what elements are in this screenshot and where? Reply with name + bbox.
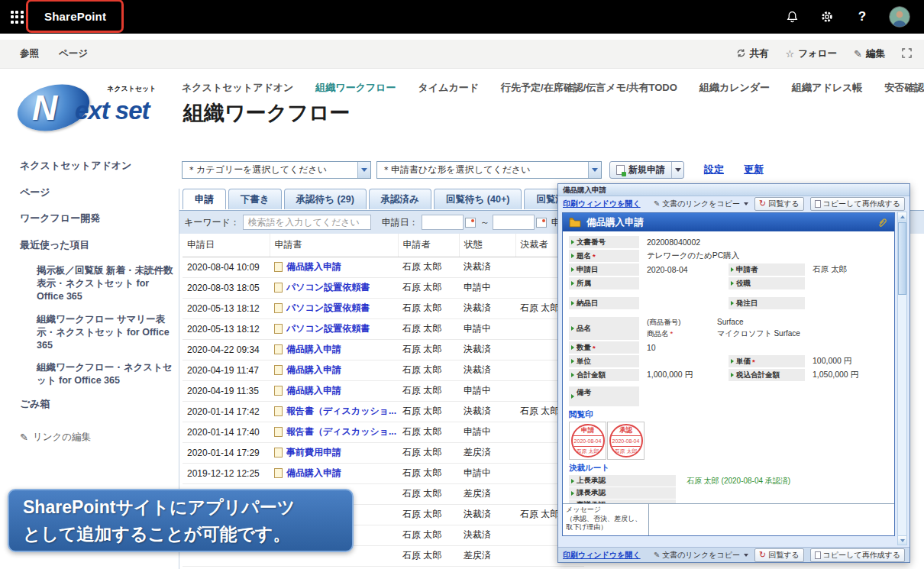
nav-link[interactable]: 安否確認	[884, 81, 924, 95]
settings-gear-icon[interactable]	[819, 8, 835, 25]
nav-link[interactable]: 組織カレンダー	[699, 81, 770, 95]
document-link[interactable]: パソコン設置依頼書	[286, 281, 370, 294]
status-tab[interactable]: 下書き	[228, 189, 282, 209]
col-header-status[interactable]: 状態	[459, 234, 515, 257]
print-window-link[interactable]: 印刷ウィンドウを開く	[563, 550, 641, 561]
date-from-input[interactable]	[422, 215, 464, 230]
cell-date: 2020-05-13 18:12	[183, 318, 270, 339]
table-header-row: 申請日 申請書 申請者 状態 決裁者	[183, 234, 584, 257]
template-select[interactable]: ＊申請書ひな形を選択してください	[376, 161, 602, 179]
col-header-applicant[interactable]: 申請者	[398, 234, 459, 257]
sidebar-item[interactable]: 最近使った項目	[20, 238, 176, 252]
suite-bar: SharePoint ?	[0, 0, 924, 34]
keyword-input[interactable]	[243, 215, 371, 230]
nav-link[interactable]: タイムカード	[418, 81, 480, 95]
paperclip-icon[interactable]	[877, 217, 888, 228]
notifications-bell-icon[interactable]	[783, 8, 800, 25]
document-link[interactable]: 備品購入申請	[286, 260, 341, 273]
cell-applicant: 石原 太郎	[398, 422, 459, 442]
circulate-button[interactable]: ↻ 回覧する	[754, 197, 804, 211]
sidebar-item[interactable]: 組織ワークフロー サマリー表示・ネクストセット for Office 365	[37, 313, 176, 352]
follow-button[interactable]: ☆ フォロー	[786, 47, 838, 60]
route-label: 稟議承認	[569, 499, 676, 503]
app-launcher-icon[interactable]	[0, 0, 34, 34]
cell-applicant: 石原 太郎	[398, 318, 459, 339]
nav-link[interactable]: 行先予定/在席確認/伝言メモ/共有TODO	[501, 81, 677, 95]
new-request-dropdown[interactable]	[671, 162, 683, 178]
ribbon-tab-page[interactable]: ページ	[59, 47, 88, 60]
table-row: 2020-01-14 17:40 報告書（ディスカッショ... 石原 太郎 申請…	[183, 422, 584, 442]
panel-scrollbar[interactable]	[897, 212, 907, 545]
field-label: 役職	[729, 277, 805, 289]
scroll-down-icon[interactable]	[898, 535, 906, 545]
status-tab[interactable]: 回覧待ち (40+)	[434, 189, 522, 209]
calendar-icon[interactable]	[465, 218, 476, 228]
document-link[interactable]: 備品購入申請	[286, 364, 341, 377]
circulate-button[interactable]: ↻ 回覧する	[754, 548, 804, 562]
edit-links-button[interactable]: ✎ リンクの編集	[20, 431, 176, 444]
sidebar-item[interactable]: ネクストセットアドオン	[20, 159, 176, 173]
document-link[interactable]: 備品購入申請	[286, 384, 341, 397]
cell-date: 2020-01-14 17:42	[183, 401, 270, 422]
document-link[interactable]: 備品購入申請	[286, 467, 341, 480]
table-row: 2020-01-14 17:42 報告書（ディスカッショ... 石原 太郎 決裁…	[183, 401, 584, 422]
document-link[interactable]: 事前費用申請	[286, 446, 341, 459]
ribbon-tab-browse[interactable]: 参照	[20, 47, 39, 60]
document-icon	[274, 427, 283, 437]
field-label: 合計金額	[569, 369, 639, 381]
user-avatar[interactable]	[889, 6, 910, 27]
sidebar-item[interactable]: ワークフロー開発	[20, 212, 176, 225]
scroll-up-icon[interactable]	[898, 212, 906, 221]
nav-link[interactable]: 組織ワークフロー	[315, 81, 396, 95]
stamp-section-label: 閲覧印	[569, 409, 888, 420]
category-select[interactable]: ＊カテゴリーを選択してください	[182, 161, 371, 179]
table-row: 2020-05-13 18:12 パソコン設置依頼書 石原 太郎 申請中	[183, 318, 584, 339]
date-to-input[interactable]	[493, 215, 535, 230]
share-label: 共有	[750, 47, 769, 60]
document-link[interactable]: パソコン設置依頼書	[286, 322, 370, 335]
document-link[interactable]: パソコン設置依頼書	[286, 302, 370, 315]
status-tab[interactable]: 申請	[183, 189, 226, 209]
document-link[interactable]: 報告書（ディスカッショ...	[286, 405, 396, 418]
sidebar-item[interactable]: ごみ箱	[20, 397, 176, 411]
status-tab[interactable]: 承認待ち (29)	[284, 189, 367, 209]
new-request-button[interactable]: 新規申請	[609, 161, 684, 179]
share-button[interactable]: 共有	[736, 47, 769, 60]
nav-link[interactable]: 組織アドレス帳	[792, 81, 862, 95]
refresh-link[interactable]: 更新	[744, 163, 764, 176]
nav-link[interactable]: ネクストセットアドオン	[182, 81, 293, 95]
copy-recreate-button[interactable]: コピーして再作成する	[810, 548, 905, 562]
sidebar-item[interactable]: 組織ワークフロー・ネクストセット for Office 365	[37, 361, 176, 387]
document-link[interactable]: 備品購入申請	[286, 343, 341, 356]
calendar-icon[interactable]	[536, 218, 547, 228]
edit-label: 編集	[866, 47, 885, 60]
cell-date: 2020-04-22 09:34	[183, 339, 270, 360]
document-link[interactable]: 報告書（ディスカッショ...	[286, 425, 396, 438]
copy-link-button[interactable]: ✎ 文書のリンクをコピー	[654, 199, 748, 209]
copy-link-button[interactable]: ✎ 文書のリンクをコピー	[654, 550, 748, 561]
field-value: 石原 太郎	[805, 263, 847, 276]
cell-status: 決裁済	[459, 401, 515, 422]
focus-mode-button[interactable]	[902, 48, 912, 60]
copy-recreate-button[interactable]: コピーして再作成する	[810, 197, 905, 211]
document-form-window: 備品購入申請 文書番号 202008040002 題名* テレワークのためPC購…	[562, 212, 895, 536]
item-sub-value: マイクロソフト Surface	[717, 328, 800, 339]
document-icon	[274, 283, 283, 293]
approval-route: 上長承認 石原 太郎 (2020-08-04 承認済) 課長承認 稟議承認	[569, 475, 888, 503]
folder-icon	[569, 217, 581, 228]
sidebar-item[interactable]: 掲示板／回覧版 新着・未読件数表示・ネクストセット for Office 365	[37, 264, 176, 303]
help-icon[interactable]: ?	[854, 8, 871, 25]
col-header-date[interactable]: 申請日	[183, 234, 270, 257]
cell-applicant: 石原 太郎	[398, 525, 459, 545]
print-window-link[interactable]: 印刷ウィンドウを開く	[563, 199, 641, 209]
sidebar-item[interactable]: ページ	[20, 186, 176, 199]
sharepoint-brand[interactable]: SharePoint	[44, 10, 106, 23]
item-sub-label: 商品名*	[647, 329, 717, 339]
message-textarea[interactable]	[648, 504, 894, 535]
status-tab[interactable]: 承認済み	[369, 189, 431, 209]
col-header-doc[interactable]: 申請書	[270, 234, 398, 257]
scrollbar-thumb[interactable]	[898, 222, 906, 295]
settings-link[interactable]: 設定	[704, 163, 724, 176]
cell-date: 2020-01-14 17:40	[183, 422, 270, 442]
edit-button[interactable]: ✎ 編集	[854, 47, 885, 60]
